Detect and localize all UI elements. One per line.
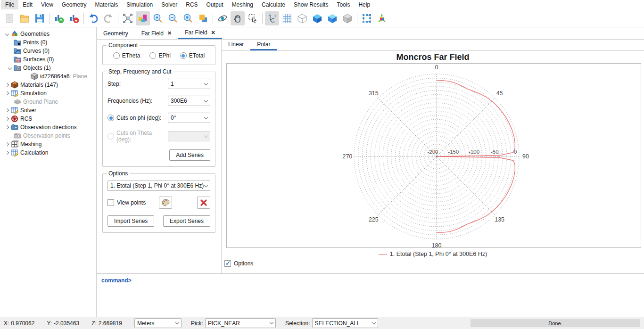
- chevron-right-icon[interactable]: [4, 117, 10, 120]
- import-points-icon[interactable]: [52, 11, 66, 25]
- export-series-button[interactable]: Export Series: [163, 215, 210, 227]
- cuts-on-phi-select[interactable]: 0°: [168, 113, 210, 123]
- flat-view-icon[interactable]: [340, 11, 355, 25]
- tab-geometry[interactable]: Geometry: [97, 27, 135, 39]
- svg-text:90: 90: [522, 153, 529, 160]
- units-select[interactable]: Meters: [134, 318, 182, 328]
- menu-help[interactable]: Help: [354, 0, 374, 9]
- radio-etotal[interactable]: ETotal: [180, 52, 205, 59]
- chevron-down-icon[interactable]: [4, 33, 10, 35]
- menu-materials[interactable]: Materials: [91, 0, 123, 9]
- selection-select[interactable]: SELECTION_ALL: [312, 318, 378, 328]
- status-bar: X:0.970062 Y:-2.035463 Z:2.669819 Meters…: [0, 317, 644, 329]
- menu-calculate[interactable]: Calculate: [257, 0, 289, 9]
- delete-series-button[interactable]: [197, 197, 210, 209]
- chevron-right-icon[interactable]: [4, 126, 10, 129]
- tree-item-surfaces[interactable]: Surfaces (0): [0, 55, 96, 64]
- chevron-right-icon[interactable]: [4, 143, 10, 146]
- tab-far-field-1[interactable]: Far Field✕: [135, 27, 179, 39]
- undo-icon[interactable]: [86, 11, 100, 25]
- solid-view-icon[interactable]: [310, 11, 324, 25]
- menu-view[interactable]: View: [37, 0, 58, 9]
- tree-item-curves[interactable]: Curves (0): [0, 47, 96, 55]
- pan-icon[interactable]: [231, 11, 245, 25]
- tree-item-plane-object[interactable]: id726864a6 : Plane: [0, 72, 96, 81]
- coordinate-axes-icon[interactable]: [375, 11, 389, 25]
- menu-meshing[interactable]: Meshing: [228, 0, 257, 9]
- menu-rcs[interactable]: RCS: [182, 0, 202, 9]
- menu-edit[interactable]: Edit: [18, 0, 37, 9]
- chevron-right-icon[interactable]: [4, 92, 10, 95]
- tree-item-meshing[interactable]: Meshing: [0, 140, 96, 148]
- axes-icon[interactable]: ZYx: [265, 11, 279, 25]
- close-icon[interactable]: ✕: [167, 30, 172, 36]
- export-points-icon[interactable]: [67, 11, 81, 25]
- bring-to-front-icon[interactable]: [196, 11, 210, 25]
- geometry-objects-icon[interactable]: [136, 11, 150, 25]
- tree-item-observation-points[interactable]: Observation points: [0, 132, 96, 140]
- selection-handles-icon[interactable]: [360, 11, 374, 25]
- tree-item-ground-plane[interactable]: Ground Plane: [0, 98, 96, 106]
- tree-item-geometries[interactable]: Geometries: [0, 30, 96, 38]
- series-color-button[interactable]: [159, 197, 172, 209]
- radio-ephi[interactable]: EPhi: [149, 52, 170, 59]
- frequencies-select[interactable]: 300E6: [168, 96, 210, 106]
- menu-geometry[interactable]: Geometry: [58, 0, 91, 9]
- tab-polar[interactable]: Polar: [250, 40, 277, 50]
- radio-cuts-on-phi[interactable]: Cuts on phi (deg):: [107, 115, 161, 121]
- zoom-out-icon[interactable]: [166, 11, 180, 25]
- view-points-checkbox[interactable]: [107, 199, 114, 206]
- menu-tools[interactable]: Tools: [332, 0, 354, 9]
- step-select[interactable]: 1: [168, 79, 210, 89]
- chevron-right-icon[interactable]: [4, 83, 10, 86]
- open-folder-icon[interactable]: [17, 11, 32, 25]
- chevron-down-icon[interactable]: [7, 66, 13, 69]
- tab-linear[interactable]: Linear: [222, 40, 250, 50]
- wireframe-view-icon[interactable]: [295, 11, 309, 25]
- close-icon[interactable]: ✕: [211, 30, 215, 36]
- pick-label: Pick:: [191, 320, 203, 327]
- grid-icon[interactable]: [280, 11, 294, 25]
- tab-far-field-2[interactable]: Far Field✕: [178, 27, 222, 39]
- tree-item-observation-directions[interactable]: Observation directions: [0, 123, 96, 132]
- fit-view-icon[interactable]: [121, 11, 135, 25]
- tree-item-solver[interactable]: Solver: [0, 106, 96, 115]
- svg-text:-200: -200: [428, 149, 438, 155]
- options-group: Options 1. Etotal (Step 1, Phi 0° at 300…: [102, 173, 215, 233]
- save-icon[interactable]: [33, 11, 47, 25]
- tree-item-calculation[interactable]: Calculation: [0, 148, 96, 157]
- command-console[interactable]: command>: [97, 273, 644, 317]
- series-select[interactable]: 1. Etotal (Step 1, Phi 0° at 300E6 Hz): [107, 181, 210, 191]
- shaded-view-icon[interactable]: [325, 11, 339, 25]
- redo-icon[interactable]: [101, 11, 116, 25]
- svg-text:-100: -100: [469, 149, 479, 155]
- menu-solver[interactable]: Solver: [157, 0, 182, 9]
- chevron-right-icon[interactable]: [4, 109, 10, 112]
- object-cube-icon: [31, 73, 38, 80]
- zoom-window-icon[interactable]: [181, 11, 195, 25]
- cuts-on-theta-select: [168, 131, 210, 141]
- pick-select[interactable]: PICK_NEAR: [205, 318, 276, 328]
- tree-item-simulation[interactable]: Simulation: [0, 89, 96, 98]
- chevron-right-icon[interactable]: [4, 151, 10, 154]
- tree-item-materials[interactable]: Materials (147): [0, 81, 96, 89]
- tree-item-rcs[interactable]: RCS: [0, 115, 96, 123]
- menu-output[interactable]: Output: [202, 0, 228, 9]
- chevron-down-icon: [204, 115, 208, 119]
- orbit-icon[interactable]: [215, 11, 230, 25]
- import-series-button[interactable]: Import Series: [107, 215, 154, 227]
- svg-text:180: 180: [432, 242, 442, 248]
- menu-file[interactable]: File: [1, 0, 18, 9]
- tree-item-objects[interactable]: Objects (1): [0, 64, 96, 72]
- new-file-icon[interactable]: [2, 11, 17, 25]
- menu-simulation[interactable]: Simulation: [122, 0, 157, 9]
- zoom-in-icon[interactable]: [151, 11, 165, 25]
- select-icon[interactable]: [246, 11, 260, 25]
- add-series-button[interactable]: Add Series: [169, 149, 210, 161]
- menu-show-results[interactable]: Show Results: [289, 0, 332, 9]
- tree-item-points[interactable]: Points (0): [0, 38, 96, 47]
- plot-options-label: Options: [234, 260, 253, 267]
- plot-options-checkbox[interactable]: [224, 260, 231, 267]
- radio-etheta[interactable]: ETheta: [113, 52, 140, 59]
- radio-cuts-on-theta[interactable]: Cuts on Theta (deg):: [107, 130, 168, 143]
